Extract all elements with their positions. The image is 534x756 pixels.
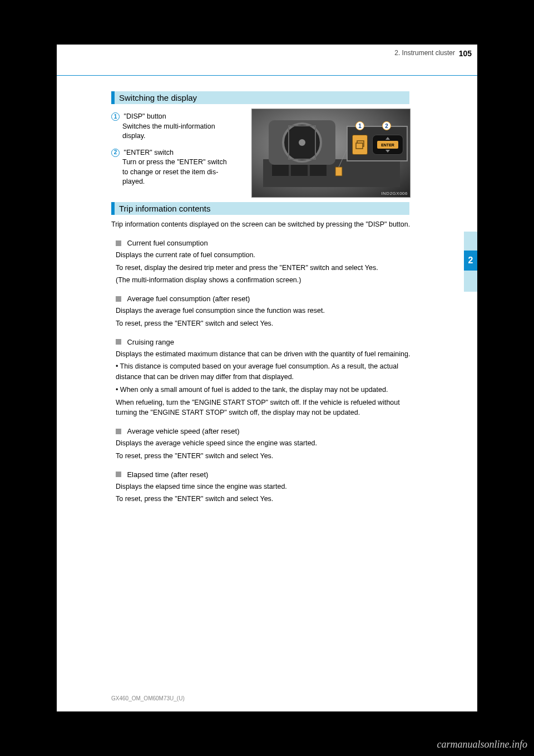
watermark: carmanualsonline.info	[437, 739, 528, 750]
col-image: 1 2 ENTER IND2GX006	[251, 109, 411, 198]
side-tab-bottom	[464, 271, 477, 292]
header-rule	[57, 75, 477, 76]
item1-line2: Switches the multi-information	[122, 122, 245, 132]
sub-body-2d: When refueling, turn the "ENGINE START S…	[116, 397, 412, 419]
sub-title-2: Cruising range	[127, 338, 174, 346]
sub-body-2b: • This distance is computed based on you…	[116, 361, 412, 382]
square-bullet-icon	[116, 339, 121, 345]
dashboard-illustration: 1 2 ENTER IND2GX006	[251, 109, 411, 198]
sub-body-4b: To reset, press the "ENTER" switch and s…	[116, 494, 412, 504]
tripinfo-intro: Trip information contents displayed on t…	[111, 219, 412, 230]
sub-item-4: Elapsed time (after reset) Displays the …	[116, 469, 412, 505]
inset-callout-1: 1	[355, 121, 364, 130]
item2-title: "ENTER" switch	[123, 149, 173, 156]
footer-code: GX460_OM_OM60M73U_(U)	[111, 695, 185, 701]
callout-2-icon: 2	[111, 149, 120, 157]
square-bullet-icon	[116, 429, 121, 434]
sub-body-4a: Displays the elapsed time since the engi…	[116, 482, 412, 492]
svg-rect-5	[272, 165, 289, 176]
square-bullet-icon	[116, 296, 121, 302]
content: Switching the display 1 "DISP" button Sw…	[111, 91, 412, 504]
breadcrumb: 2. Instrument cluster	[394, 49, 455, 57]
side-tab-chapter: 2	[464, 251, 477, 271]
dash-inset: 1 2 ENTER	[347, 126, 408, 161]
item1-title: "DISP" button	[123, 112, 166, 120]
item2-line2: Turn or press the "ENTER" switch	[122, 158, 245, 168]
sub-body-2c: • When only a small amount of fuel is ad…	[116, 385, 412, 395]
sub-title-4: Elapsed time (after reset)	[127, 470, 208, 479]
square-bullet-icon	[116, 240, 121, 246]
svg-rect-11	[356, 143, 363, 149]
row-switching: 1 "DISP" button Switches the multi-infor…	[111, 109, 412, 198]
sub-body-1a: Displays the average fuel consumption si…	[116, 306, 412, 316]
item1-line3: display.	[122, 131, 245, 141]
sub-body-0a: Displays the current rate of fuel consum…	[116, 250, 412, 261]
col-text: 1 "DISP" button Switches the multi-infor…	[111, 109, 245, 198]
section-bar-tripinfo: Trip information contents	[111, 202, 409, 215]
enter-label: ENTER	[377, 141, 398, 149]
side-tab: 2	[464, 232, 477, 292]
sub-item-0: Current fuel consumption Displays the cu…	[116, 238, 412, 286]
svg-point-3	[299, 139, 305, 146]
sub-body-0b: To reset, display the desired trip meter…	[116, 263, 412, 273]
sub-title-1: Average fuel consumption (after reset)	[127, 294, 250, 303]
svg-rect-8	[335, 167, 342, 176]
sub-item-1: Average fuel consumption (after reset) D…	[116, 293, 412, 329]
sub-title-3: Average vehicle speed (after reset)	[127, 427, 239, 435]
sub-item-2: Cruising range Displays the estimated ma…	[116, 337, 412, 419]
sub-body-2a: Displays the estimated maximum distance …	[116, 349, 412, 360]
svg-rect-6	[291, 165, 308, 176]
image-code: IND2GX006	[381, 191, 408, 196]
sub-body-1b: To reset, press the "ENTER" switch and s…	[116, 318, 412, 329]
section-bar-switching: Switching the display	[111, 91, 409, 104]
side-tab-top	[464, 232, 477, 251]
sub-body-3a: Displays the average vehicle speed since…	[116, 438, 412, 449]
item2-line4: played.	[122, 177, 245, 187]
page-outer: 105 2. Instrument cluster 2 Switching th…	[0, 0, 534, 756]
svg-rect-7	[310, 165, 327, 176]
disp-button-icon	[352, 135, 368, 155]
sub-body-0c: (The multi-information display shows a c…	[116, 275, 412, 286]
page-inner: 105 2. Instrument cluster 2 Switching th…	[57, 45, 477, 711]
sub-item-3: Average vehicle speed (after reset) Disp…	[116, 426, 412, 462]
item2-line3: to change or reset the item dis-	[122, 168, 245, 178]
inset-callout-2: 2	[382, 121, 391, 130]
callout-1-icon: 1	[111, 112, 120, 121]
sub-body-3b: To reset, press the "ENTER" switch and s…	[116, 451, 412, 462]
square-bullet-icon	[116, 472, 121, 477]
page-number: 105	[459, 49, 472, 58]
enter-switch-icon: ENTER	[372, 135, 403, 155]
sub-title-0: Current fuel consumption	[127, 239, 207, 247]
